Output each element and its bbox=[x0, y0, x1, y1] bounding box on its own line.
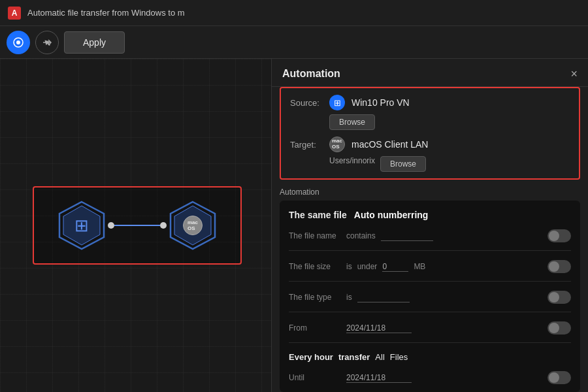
source-hexagon: ⊞ bbox=[56, 199, 108, 252]
source-node[interactable]: ⊞ bbox=[56, 199, 108, 252]
macos-badge: macOS bbox=[183, 216, 203, 235]
app-icon: A bbox=[8, 7, 21, 20]
window-title: Automatic file transfer from Windows to … bbox=[27, 8, 580, 18]
arrow-button[interactable] bbox=[35, 31, 59, 54]
file-size-row: The file size is under MB bbox=[289, 260, 571, 282]
file-type-op: is bbox=[346, 293, 352, 302]
until-label: Until bbox=[289, 373, 341, 382]
transfer-label: transfer bbox=[338, 352, 370, 362]
file-name-input[interactable] bbox=[381, 231, 433, 241]
file-size-input[interactable] bbox=[382, 262, 408, 272]
source-browse-button[interactable]: Browse bbox=[329, 114, 375, 130]
transfer-files: Files bbox=[390, 352, 408, 362]
panel-title: Automation bbox=[282, 68, 340, 80]
file-size-label: The file size bbox=[289, 262, 341, 271]
connector-line-segment bbox=[114, 225, 160, 226]
home-button[interactable] bbox=[7, 31, 30, 54]
arrow-icon bbox=[42, 37, 52, 48]
canvas-area: ⊞ macO bbox=[0, 59, 271, 392]
file-size-op: is bbox=[346, 262, 352, 271]
source-target-section: Source: ⊞ Win10 Pro VN Browse Target: ma… bbox=[280, 87, 580, 180]
every-hour-label: Every hour bbox=[289, 352, 333, 362]
file-size-op2: under bbox=[357, 262, 378, 271]
auto-title-text: The same file bbox=[289, 210, 347, 220]
from-row: From bbox=[289, 321, 571, 343]
automation-label: Automation bbox=[272, 185, 588, 201]
file-type-input[interactable] bbox=[357, 293, 410, 302]
right-panel: Automation × Source: ⊞ Win10 Pro VN Brow… bbox=[271, 59, 588, 392]
connector-line bbox=[108, 222, 167, 229]
until-input[interactable] bbox=[346, 373, 412, 383]
file-type-toggle[interactable] bbox=[547, 291, 571, 304]
macos-os-icon: macOS bbox=[329, 137, 345, 152]
close-button[interactable]: × bbox=[570, 68, 578, 80]
macos-label: macOS bbox=[188, 220, 198, 231]
target-label: Target: bbox=[290, 140, 323, 150]
file-size-unit: MB bbox=[414, 262, 425, 271]
target-path: Users/innorix bbox=[329, 156, 375, 172]
from-label: From bbox=[289, 323, 341, 333]
connector-dot-left bbox=[108, 222, 114, 229]
source-buttons: Browse bbox=[290, 114, 570, 130]
diagram-container: ⊞ macO bbox=[33, 186, 242, 265]
auto-title-highlight: Auto numberring bbox=[354, 210, 429, 220]
apply-button[interactable]: Apply bbox=[64, 31, 125, 54]
target-row: Target: macOS macOS Client LAN bbox=[290, 137, 570, 152]
file-size-toggle[interactable] bbox=[547, 260, 571, 273]
from-toggle[interactable] bbox=[547, 321, 571, 335]
target-name: macOS Client LAN bbox=[351, 139, 428, 150]
file-type-label: The file type bbox=[289, 293, 341, 302]
node-connector: ⊞ macO bbox=[56, 199, 219, 252]
source-name: Win10 Pro VN bbox=[351, 97, 410, 108]
target-buttons: Users/innorix Browse bbox=[290, 156, 570, 172]
connector-dot-right bbox=[160, 222, 167, 229]
windows-icon: ⊞ bbox=[74, 216, 89, 236]
file-type-row: The file type is bbox=[289, 291, 571, 312]
until-row: Until bbox=[289, 371, 571, 392]
file-name-toggle[interactable] bbox=[547, 229, 571, 242]
every-hour-row: Every hour transfer All Files bbox=[289, 352, 571, 362]
target-browse-button[interactable]: Browse bbox=[380, 156, 426, 172]
svg-point-1 bbox=[16, 41, 20, 44]
file-name-row: The file name contains bbox=[289, 229, 571, 251]
target-node[interactable]: macOS bbox=[167, 199, 219, 252]
title-bar: A Automatic file transfer from Windows t… bbox=[0, 0, 588, 26]
windows-os-icon: ⊞ bbox=[329, 95, 345, 110]
home-icon bbox=[12, 37, 24, 48]
from-input[interactable] bbox=[346, 323, 412, 333]
target-hexagon: macOS bbox=[167, 199, 219, 252]
automation-card: The same file Auto numberring The file n… bbox=[280, 201, 580, 392]
main-area: ⊞ macO bbox=[0, 59, 588, 392]
automation-card-title: The same file Auto numberring bbox=[289, 210, 571, 220]
file-name-label: The file name bbox=[289, 231, 341, 240]
until-toggle[interactable] bbox=[547, 371, 571, 384]
transfer-all: All bbox=[375, 352, 384, 362]
source-row: Source: ⊞ Win10 Pro VN bbox=[290, 95, 570, 110]
panel-header: Automation × bbox=[272, 59, 588, 87]
toolbar: Apply bbox=[0, 26, 588, 59]
file-name-op: contains bbox=[346, 231, 376, 240]
source-label: Source: bbox=[290, 98, 323, 108]
